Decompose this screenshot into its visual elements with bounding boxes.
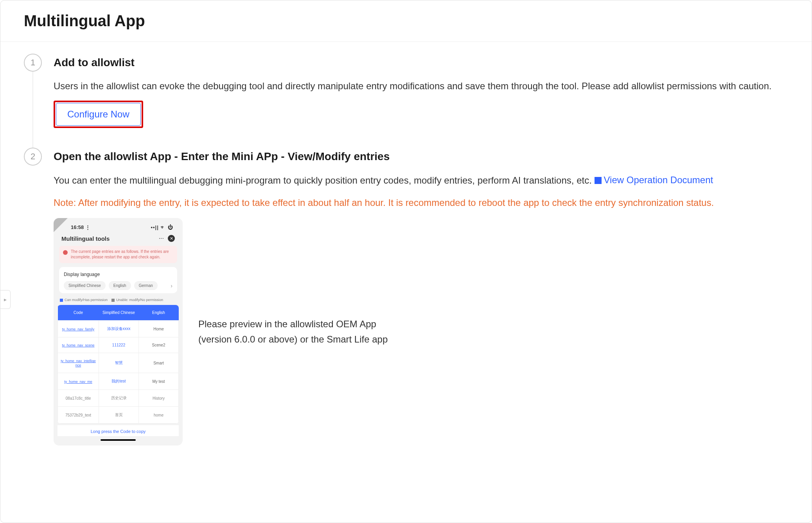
step-2-desc-text: You can enter the multilingual debugging… xyxy=(54,175,592,186)
entry-code-link[interactable]: ty_home_nav_family xyxy=(62,327,95,331)
step-1-marker: 1 xyxy=(24,54,42,72)
chevron-right-icon[interactable]: › xyxy=(171,283,172,289)
phone-signal-icons: ••|| ᯤ ⏻ xyxy=(151,224,173,230)
phone-corner-ribbon xyxy=(54,218,68,232)
table-footer-hint: Long press the Code to copy xyxy=(57,425,179,436)
configure-now-highlight: Configure Now xyxy=(54,101,143,128)
th-cn: Simplified Chinese xyxy=(99,305,139,321)
step-2: 2 Open the allowlist App - Enter the Min… xyxy=(24,148,788,445)
preview-instruction-line2: (version 6.0.0 or above) or the Smart Li… xyxy=(198,332,388,347)
entry-cn: 111222 xyxy=(99,337,139,353)
language-chips: Simplified Chinese English German › xyxy=(64,281,172,290)
legend-grey-square-icon xyxy=(111,299,115,302)
preview-row: 16:58 ⋮ ••|| ᯤ ⏻ Multilingual tools ··· … xyxy=(54,218,788,445)
entry-en: home xyxy=(139,407,179,424)
legend-blue-square-icon xyxy=(60,299,63,302)
step-connector-line xyxy=(32,72,33,148)
language-card: Display language Simplified Chinese Engl… xyxy=(59,267,177,293)
entry-en: History xyxy=(139,390,179,407)
display-language-label: Display language xyxy=(64,272,172,277)
home-indicator xyxy=(101,439,136,441)
entry-cn: 添加设备xxxx xyxy=(99,321,139,337)
table-row: ty_home_nav_intelligence 智慧 Smart xyxy=(58,353,179,373)
phone-status-bar: 16:58 ⋮ ••|| ᯤ ⏻ xyxy=(57,222,179,232)
legend-can-modify: Can modify/Has permission xyxy=(60,298,108,302)
legend-unable-modify: Unable: modify/No permission xyxy=(111,298,163,302)
page-title: Multilingual App xyxy=(0,0,812,42)
chip-english[interactable]: English xyxy=(109,281,131,290)
close-icon[interactable]: ✕ xyxy=(168,235,175,242)
table-row: 08a17c8c_title 历史记录 History xyxy=(58,390,179,407)
entry-cn: 首页 xyxy=(99,407,139,424)
step-2-note: Note: After modifying the entry, it is e… xyxy=(54,195,788,210)
chip-simplified-chinese[interactable]: Simplified Chinese xyxy=(64,281,106,290)
th-en: English xyxy=(139,305,179,321)
entry-en: Home xyxy=(139,321,179,337)
phone-preview: 16:58 ⋮ ••|| ᯤ ⏻ Multilingual tools ··· … xyxy=(54,218,183,445)
step-1-title: Add to allowlist xyxy=(54,54,788,72)
table-row: 75372b29_text 首页 home xyxy=(58,407,179,424)
entries-table: Code Simplified Chinese English ty_home_… xyxy=(57,305,179,424)
entry-code-link[interactable]: ty_home_nav_scene xyxy=(62,343,94,347)
entry-cn: 智慧 xyxy=(99,353,139,373)
step-2-marker: 2 xyxy=(24,148,42,166)
entry-code-link[interactable]: ty_home_nav_intelligence xyxy=(61,359,96,367)
table-row: ty_home_nav_me 我的test My test xyxy=(58,373,179,390)
table-row: ty_home_nav_family 添加设备xxxx Home xyxy=(58,321,179,337)
entry-en: Scene2 xyxy=(139,337,179,353)
entry-en: Smart xyxy=(139,353,179,373)
warning-banner-text: The current page entries are as follows.… xyxy=(71,249,173,260)
entry-cn: 我的test xyxy=(99,373,139,390)
preview-instruction: Please preview in the allowlisted OEM Ap… xyxy=(198,317,388,347)
step-2-title: Open the allowlist App - Enter the Mini … xyxy=(54,148,788,166)
entry-en: My test xyxy=(139,373,179,390)
configure-now-button[interactable]: Configure Now xyxy=(56,103,141,126)
step-1-desc: Users in the allowlist can evoke the deb… xyxy=(54,79,788,94)
entry-code-text: 75372b29_text xyxy=(58,407,99,424)
more-icon[interactable]: ··· xyxy=(159,235,164,242)
warning-banner: The current page entries are as follows.… xyxy=(59,246,177,263)
document-icon xyxy=(595,177,602,184)
step-1: 1 Add to allowlist Users in the allowlis… xyxy=(24,54,788,148)
preview-instruction-line1: Please preview in the allowlisted OEM Ap… xyxy=(198,317,388,332)
side-expand-handle[interactable]: ▸ xyxy=(0,290,11,309)
step-2-desc: You can enter the multilingual debugging… xyxy=(54,173,788,188)
view-operation-document-label: View Operation Document xyxy=(604,173,713,188)
permission-legend: Can modify/Has permission Unable: modify… xyxy=(57,297,179,305)
entries-tbody: ty_home_nav_family 添加设备xxxx Home ty_home… xyxy=(58,321,179,424)
entry-code-text: 08a17c8c_title xyxy=(58,390,99,407)
entry-code-link[interactable]: ty_home_nav_me xyxy=(64,380,92,384)
phone-app-title: Multilingual tools xyxy=(61,235,110,242)
chip-german[interactable]: German xyxy=(134,281,158,290)
phone-time: 16:58 ⋮ xyxy=(71,224,90,230)
warning-dot-icon xyxy=(63,250,68,255)
phone-header: Multilingual tools ··· ✕ xyxy=(57,232,179,246)
view-operation-document-link[interactable]: View Operation Document xyxy=(595,173,713,188)
entry-cn: 历史记录 xyxy=(99,390,139,407)
th-code: Code xyxy=(58,305,99,321)
steps-container: 1 Add to allowlist Users in the allowlis… xyxy=(0,42,812,457)
table-row: ty_home_nav_scene 111222 Scene2 xyxy=(58,337,179,353)
